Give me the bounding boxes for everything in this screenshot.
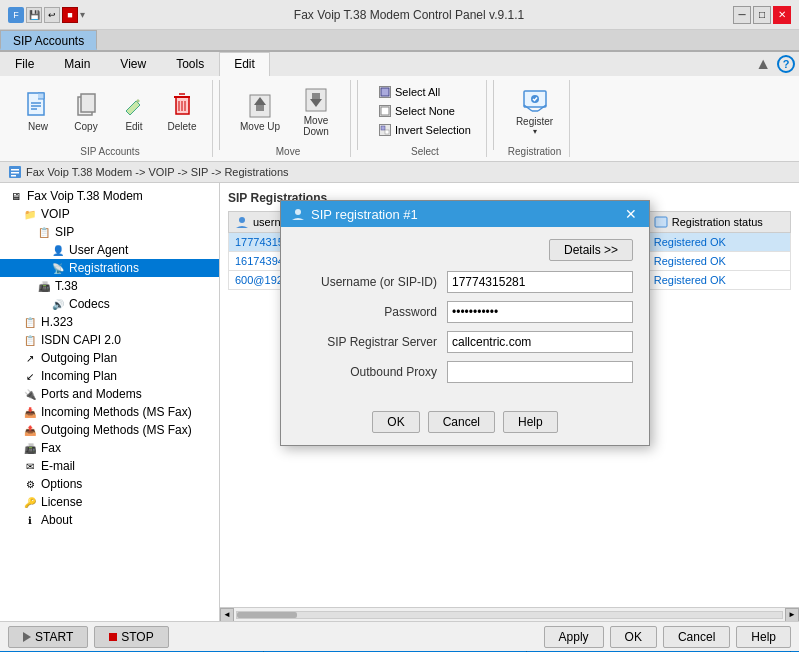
minimize-button[interactable]: ─ xyxy=(733,6,751,24)
sidebar-item-options[interactable]: ⚙Options xyxy=(0,475,219,493)
stop-label: STOP xyxy=(121,630,153,644)
modal-cancel-button[interactable]: Cancel xyxy=(428,411,495,433)
help-button[interactable]: Help xyxy=(736,626,791,648)
h323-tree-icon: 📋 xyxy=(22,315,38,329)
move-down-button[interactable]: Move Down xyxy=(290,80,342,142)
modal-title-bar: SIP registration #1 ✕ xyxy=(281,201,649,227)
codecs-tree-icon: 🔊 xyxy=(50,297,66,311)
quick-access-undo[interactable]: ↩ xyxy=(44,7,60,23)
ribbon-right: ▲ ? xyxy=(270,52,799,76)
apply-button[interactable]: Apply xyxy=(544,626,604,648)
modal-ok-button[interactable]: OK xyxy=(372,411,419,433)
breadcrumb-text: Fax Voip T.38 Modem -> VOIP -> SIP -> Re… xyxy=(26,166,289,178)
move-up-button[interactable]: Move Up xyxy=(234,82,286,140)
sidebar-item-h323[interactable]: 📋H.323 xyxy=(0,313,219,331)
tab-bar: SIP Accounts xyxy=(0,30,799,52)
title-bar: F 💾 ↩ ■ ▾ Fax Voip T.38 Modem Control Pa… xyxy=(0,0,799,30)
sidebar-item-codecs[interactable]: 🔊Codecs xyxy=(0,295,219,313)
sidebar-label-11: Ports and Modems xyxy=(41,387,142,401)
sidebar-item-computer[interactable]: 🖥Fax Voip T.38 Modem xyxy=(0,187,219,205)
edit-button[interactable]: Edit xyxy=(112,82,156,140)
divider-3 xyxy=(493,80,494,150)
sidebar-item-license[interactable]: 🔑License xyxy=(0,493,219,511)
cancel-button[interactable]: Cancel xyxy=(663,626,730,648)
password-input[interactable] xyxy=(447,301,633,323)
t38-tree-icon: 📠 xyxy=(36,279,52,293)
delete-button[interactable]: Delete xyxy=(160,82,204,140)
quick-access-save[interactable]: 💾 xyxy=(26,7,42,23)
details-button[interactable]: Details >> xyxy=(549,239,633,261)
select-none-button[interactable]: Select None xyxy=(372,102,478,120)
sidebar-item-user[interactable]: 👤User Agent xyxy=(0,241,219,259)
registrar-row: SIP Registrar Server xyxy=(297,331,633,353)
sidebar-item-incoming[interactable]: ↙Incoming Plan xyxy=(0,367,219,385)
ribbon-tab-tools[interactable]: Tools xyxy=(161,52,219,76)
svg-rect-30 xyxy=(11,172,19,174)
modal-help-button[interactable]: Help xyxy=(503,411,558,433)
ribbon-tab-edit[interactable]: Edit xyxy=(219,52,270,76)
quick-access-stop[interactable]: ■ xyxy=(62,7,78,23)
sidebar-item-t38[interactable]: 📠T.38 xyxy=(0,277,219,295)
scroll-left-button[interactable]: ◄ xyxy=(220,608,234,622)
register-label: Register xyxy=(516,116,553,127)
sidebar-item-email[interactable]: ✉E-mail xyxy=(0,457,219,475)
sidebar-item-ports[interactable]: 🔌Ports and Modems xyxy=(0,385,219,403)
username-input[interactable] xyxy=(447,271,633,293)
sidebar-item-outgoing[interactable]: ↗Outgoing Plan xyxy=(0,349,219,367)
ribbon-tab-file[interactable]: File xyxy=(0,52,49,76)
status-col-icon xyxy=(654,215,668,229)
proxy-input[interactable] xyxy=(447,361,633,383)
divider-1 xyxy=(219,80,220,150)
svg-rect-29 xyxy=(11,169,19,171)
sidebar-label-4: Registrations xyxy=(69,261,139,275)
svg-rect-5 xyxy=(81,94,95,112)
sidebar-item-isdn[interactable]: 📋ISDN CAPI 2.0 xyxy=(0,331,219,349)
ribbon-group-sip-accounts-items: New Copy xyxy=(16,80,204,142)
sip-tree-icon: 📋 xyxy=(36,225,52,239)
sidebar-label-8: ISDN CAPI 2.0 xyxy=(41,333,121,347)
registrar-label: SIP Registrar Server xyxy=(297,335,447,349)
sidebar-label-10: Incoming Plan xyxy=(41,369,117,383)
ribbon-tabs: File Main View Tools Edit ▲ ? xyxy=(0,52,799,76)
select-all-button[interactable]: Select All xyxy=(372,83,478,101)
sidebar-item-incoming-fax[interactable]: 📥Incoming Methods (MS Fax) xyxy=(0,403,219,421)
scrollbar-thumb[interactable] xyxy=(237,612,297,618)
invert-selection-button[interactable]: Invert Selection xyxy=(372,121,478,139)
select-all-label: Select All xyxy=(395,86,440,98)
register-dropdown-arrow: ▾ xyxy=(533,127,537,136)
registrar-input[interactable] xyxy=(447,331,633,353)
sidebar-item-folder[interactable]: 📁VOIP xyxy=(0,205,219,223)
sidebar-item-registrations[interactable]: 📡Registrations xyxy=(0,259,219,277)
modal-close-button[interactable]: ✕ xyxy=(623,206,639,222)
license-tree-icon: 🔑 xyxy=(22,495,38,509)
scrollbar-track[interactable] xyxy=(236,611,783,619)
copy-button[interactable]: Copy xyxy=(64,82,108,140)
sidebar-item-fax[interactable]: 📠Fax xyxy=(0,439,219,457)
ribbon-group-move: Move Up Move Down Move xyxy=(226,80,351,157)
horizontal-scrollbar[interactable]: ◄ ► xyxy=(220,607,799,621)
ok-button[interactable]: OK xyxy=(610,626,657,648)
folder-tree-icon: 📁 xyxy=(22,207,38,221)
sidebar-label-15: E-mail xyxy=(41,459,75,473)
stop-button[interactable]: STOP xyxy=(94,626,168,648)
ribbon-help-button[interactable]: ? xyxy=(777,55,795,73)
collapse-ribbon-button[interactable]: ▲ xyxy=(755,55,771,73)
username-label: Username (or SIP-ID) xyxy=(297,275,447,289)
sip-accounts-tab[interactable]: SIP Accounts xyxy=(0,30,97,50)
close-button[interactable]: ✕ xyxy=(773,6,791,24)
sidebar-item-about[interactable]: ℹAbout xyxy=(0,511,219,529)
modal-title-icon xyxy=(291,207,305,221)
start-button[interactable]: START xyxy=(8,626,88,648)
new-button[interactable]: New xyxy=(16,82,60,140)
ribbon-tab-main[interactable]: Main xyxy=(49,52,105,76)
incoming-tree-icon: ↙ xyxy=(22,369,38,383)
register-button[interactable]: Register ▾ xyxy=(513,81,557,141)
sidebar: 🖥Fax Voip T.38 Modem📁VOIP📋SIP👤User Agent… xyxy=(0,183,220,621)
select-none-icon xyxy=(379,105,391,117)
maximize-button[interactable]: □ xyxy=(753,6,771,24)
scroll-right-button[interactable]: ► xyxy=(785,608,799,622)
sidebar-item-outgoing-fax[interactable]: 📤Outgoing Methods (MS Fax) xyxy=(0,421,219,439)
password-label: Password xyxy=(297,305,447,319)
sidebar-item-sip[interactable]: 📋SIP xyxy=(0,223,219,241)
ribbon-tab-view[interactable]: View xyxy=(105,52,161,76)
